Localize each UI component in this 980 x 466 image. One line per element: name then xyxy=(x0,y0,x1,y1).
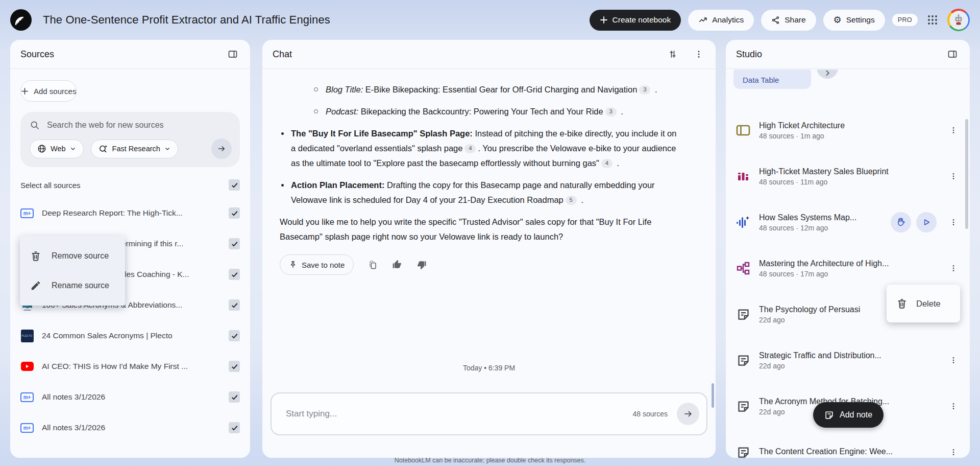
mind-map-icon xyxy=(735,261,751,275)
play-button[interactable] xyxy=(916,212,937,232)
apps-grid-button[interactable] xyxy=(927,14,938,26)
rename-source-menu-item[interactable]: Rename source xyxy=(20,271,125,300)
settings-button[interactable]: ⚙ Settings xyxy=(823,10,885,31)
source-row[interactable]: m+ All notes 3/1/2026 xyxy=(10,412,250,443)
source-row[interactable]: m+ All notes 3/1/2026 xyxy=(10,382,250,412)
source-row[interactable]: PLECTO 24 Common Sales Acronyms | Plecto xyxy=(10,320,250,351)
citation-chip[interactable]: 5 xyxy=(566,196,577,205)
chevron-right-icon xyxy=(823,69,831,77)
source-checkbox[interactable] xyxy=(229,269,240,280)
chat-settings-button[interactable] xyxy=(666,47,680,61)
source-checkbox[interactable] xyxy=(229,391,240,403)
plecto-logo-icon: PLECTO xyxy=(20,329,34,342)
web-search-card: Web Fast Research xyxy=(20,112,240,167)
data-table-open-button[interactable] xyxy=(817,69,838,79)
share-icon xyxy=(771,16,780,25)
remove-source-menu-item[interactable]: Remove source xyxy=(20,241,125,271)
studio-item-meta: 48 sources · 11m ago xyxy=(759,178,939,186)
delete-menu-item[interactable]: Delete xyxy=(887,285,960,322)
studio-item-more-button[interactable] xyxy=(946,399,961,413)
data-table-chip[interactable]: Data Table xyxy=(733,69,811,89)
note-icon xyxy=(735,354,751,367)
studio-item-more-button[interactable] xyxy=(946,215,961,229)
avatar-robot-icon xyxy=(949,11,968,30)
save-to-note-label: Save to note xyxy=(302,261,345,269)
chat-input[interactable] xyxy=(286,409,633,419)
avatar[interactable] xyxy=(947,9,970,31)
analytics-button[interactable]: Analytics xyxy=(688,10,754,31)
expand-panel-button[interactable] xyxy=(945,47,960,61)
sources-list: m+ Deep Research Report: The High-Tick..… xyxy=(10,198,250,443)
source-row[interactable]: m+ Deep Research Report: The High-Tick..… xyxy=(10,198,250,228)
source-checkbox[interactable] xyxy=(229,361,240,372)
chevron-down-icon xyxy=(70,146,76,152)
citation-chip[interactable]: 3 xyxy=(605,107,617,116)
studio-item[interactable]: How Sales Systems Map... 48 sources · 12… xyxy=(726,199,970,245)
check-icon xyxy=(231,301,238,309)
note-icon xyxy=(824,410,834,420)
studio-item-more-button[interactable] xyxy=(946,261,961,275)
source-checkbox[interactable] xyxy=(229,422,240,433)
thumbs-up-button[interactable] xyxy=(392,260,402,270)
studio-item-meta: 22d ago xyxy=(759,362,939,370)
source-checkbox[interactable] xyxy=(229,299,240,311)
notebook-title: The One-Sentence Profit Extractor and AI… xyxy=(43,13,330,27)
citation-chip[interactable]: 4 xyxy=(464,144,476,153)
citation-chip[interactable]: 4 xyxy=(601,159,612,168)
chat-more-button[interactable] xyxy=(692,48,705,61)
check-icon xyxy=(231,424,238,432)
studio-scrollbar-thumb[interactable] xyxy=(965,119,968,229)
chat-input-bar: 48 sources xyxy=(271,392,707,435)
add-sources-label: Add sources xyxy=(34,87,76,96)
studio-item-more-button[interactable] xyxy=(946,169,961,183)
pin-icon xyxy=(289,261,297,269)
save-to-note-button[interactable]: Save to note xyxy=(280,254,354,275)
collapse-panel-button[interactable] xyxy=(226,47,240,61)
studio-item-title: How Sales Systems Map... xyxy=(759,213,883,222)
studio-title: Studio xyxy=(736,49,762,60)
more-vert-icon xyxy=(949,172,958,180)
plus-icon xyxy=(21,87,29,95)
markdown-icon: m+ xyxy=(20,390,34,404)
select-all-row: Select all sources xyxy=(20,179,240,191)
audio-waveform-icon xyxy=(735,215,751,230)
source-checkbox[interactable] xyxy=(229,207,240,219)
panel-collapse-icon xyxy=(228,49,238,59)
studio-panel-header: Studio xyxy=(726,40,970,69)
studio-item[interactable]: High Ticket Architecture 48 sources · 1m… xyxy=(726,107,970,153)
search-input[interactable] xyxy=(47,121,232,130)
studio-item-more-button[interactable] xyxy=(946,445,961,458)
chat-paragraph: Would you like me to help you write the … xyxy=(280,215,679,244)
notebooklm-logo-icon[interactable] xyxy=(10,9,32,31)
add-note-button[interactable]: Add note xyxy=(813,402,884,428)
studio-item[interactable]: The Content Creation Engine: Wee... xyxy=(726,429,970,458)
chevron-down-icon xyxy=(164,146,170,152)
research-mode-dropdown[interactable]: Fast Research xyxy=(91,139,178,158)
send-button[interactable] xyxy=(677,403,699,425)
add-sources-button[interactable]: Add sources xyxy=(20,80,77,102)
source-checkbox[interactable] xyxy=(229,238,240,249)
studio-item-more-button[interactable] xyxy=(946,123,961,137)
studio-item[interactable]: Strategic Traffic and Distribution... 22… xyxy=(726,337,970,383)
citation-chip[interactable]: 3 xyxy=(639,85,650,95)
data-table-icon xyxy=(735,124,751,137)
chat-scrollbar-thumb[interactable] xyxy=(712,383,714,408)
interactive-mode-button[interactable] xyxy=(891,212,911,232)
select-all-checkbox[interactable] xyxy=(229,179,240,191)
studio-item-more-button[interactable] xyxy=(946,353,961,367)
share-button[interactable]: Share xyxy=(761,10,816,31)
chat-timestamp: Today • 6:39 PM xyxy=(262,364,716,372)
source-checkbox[interactable] xyxy=(229,330,240,341)
source-row[interactable]: AI CEO: THIS is How I'd Make My First ..… xyxy=(10,351,250,382)
chat-bullet: Action Plan Placement: Drafting the copy… xyxy=(280,178,679,207)
create-notebook-button[interactable]: Create notebook xyxy=(590,10,681,31)
studio-item[interactable]: High-Ticket Mastery Sales Blueprint 48 s… xyxy=(726,153,970,199)
pro-badge: PRO xyxy=(892,14,918,26)
sources-title: Sources xyxy=(20,49,54,60)
markdown-icon: m+ xyxy=(20,421,34,434)
web-filter-dropdown[interactable]: Web xyxy=(30,139,84,158)
thumbs-up-icon xyxy=(392,260,402,270)
thumbs-down-button[interactable] xyxy=(416,260,427,270)
search-submit-button[interactable] xyxy=(211,138,232,159)
copy-button[interactable] xyxy=(368,260,378,270)
